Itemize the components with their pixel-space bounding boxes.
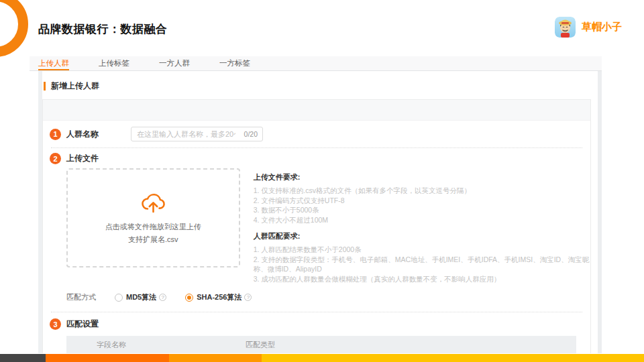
- tab-bar: 上传人群 上传标签 一方人群 一方标签: [30, 56, 602, 71]
- crowd-name-input[interactable]: [131, 127, 263, 141]
- match-settings-table: 字段名称 匹配类型 暂无数据: [66, 336, 576, 353]
- crowd-name-input-wrap: 0/20: [131, 127, 263, 141]
- radio-md5-label: MD5算法: [126, 292, 156, 302]
- step2-label: 上传文件: [66, 153, 99, 164]
- tab-upload-label[interactable]: 上传标签: [99, 56, 129, 70]
- cloud-upload-icon: [140, 191, 166, 214]
- page-body: 新增上传人群 1 人群名称 0/20 2 上传文件: [30, 71, 602, 353]
- requirements-column: 上传文件要求: 1. 仅支持标准的.csv格式的文件（如果有多个字段，以英文逗号…: [254, 168, 590, 284]
- step1-row: 1 人群名称 0/20: [50, 127, 590, 141]
- match-method-label: 匹配方式: [66, 292, 96, 302]
- panel-top-band: [43, 100, 590, 121]
- char-counter: 0/20: [244, 130, 258, 138]
- sha256-help-icon[interactable]: ?: [244, 294, 252, 301]
- dotted-divider: [51, 147, 582, 148]
- step2-row: 2 上传文件: [50, 153, 590, 164]
- column-header-field-name: 字段名称: [66, 340, 246, 350]
- file-req-item: 1. 仅支持标准的.csv格式的文件（如果有多个字段，以英文逗号分隔）: [254, 186, 590, 196]
- section-accent-bar: [44, 82, 46, 90]
- file-req-item: 4. 文件大小不超过100M: [254, 215, 590, 225]
- table-header-row: 字段名称 匹配类型: [66, 336, 576, 353]
- tab-firstparty-crowd[interactable]: 一方人群: [159, 56, 190, 70]
- section-header: 新增上传人群: [44, 80, 99, 92]
- tab-firstparty-label[interactable]: 一方标签: [219, 56, 250, 70]
- upload-area: 点击或将文件拖放到这里上传 支持扩展名.csv 上传文件要求: 1. 仅支持标准…: [66, 168, 590, 284]
- vertical-scrollbar[interactable]: [598, 71, 602, 353]
- file-req-item: 3. 数据不小于5000条: [254, 205, 590, 215]
- step1-label: 人群名称: [66, 129, 99, 140]
- section-title: 新增上传人群: [51, 80, 99, 92]
- step2-badge: 2: [50, 153, 61, 164]
- match-method-row: 匹配方式 MD5算法 ? SHA-256算法 ?: [66, 292, 590, 302]
- match-req-item: 1. 人群匹配结果数量不小于2000条: [254, 245, 590, 255]
- radio-option-sha256[interactable]: SHA-256算法 ?: [185, 292, 252, 302]
- brand-logo: 草帽小子: [555, 17, 622, 38]
- column-header-match-type: 匹配类型: [246, 340, 275, 350]
- dotted-divider: [51, 312, 582, 312]
- strawhat-avatar-icon: [555, 17, 576, 38]
- orange-ring-decoration: [0, 0, 28, 57]
- tab-upload-crowd[interactable]: 上传人群: [38, 56, 69, 70]
- file-requirements-title: 上传文件要求:: [254, 172, 590, 182]
- step3-badge: 3: [50, 318, 61, 330]
- radio-sha256-label: SHA-256算法: [197, 292, 241, 302]
- radio-sha256[interactable]: [185, 294, 193, 302]
- brand-logo-text: 草帽小子: [582, 21, 622, 34]
- data-bank-ui: 上传人群 上传标签 一方人群 一方标签 新增上传人群 1 人群名称 0/20: [30, 56, 602, 354]
- radio-md5[interactable]: [115, 294, 123, 302]
- bar-segment-yellow: [262, 354, 644, 362]
- dropzone-ext-hint: 支持扩展名.csv: [128, 235, 178, 245]
- md5-help-icon[interactable]: ?: [159, 294, 166, 301]
- step3-row: 3 匹配设置: [50, 318, 590, 330]
- bottom-color-bar: [0, 354, 644, 362]
- step3-label: 匹配设置: [66, 318, 99, 330]
- upload-form-panel: 1 人群名称 0/20 2 上传文件 点击或将文件: [42, 99, 591, 353]
- bar-segment-dark: [0, 354, 46, 362]
- file-req-item: 2. 文件编码方式仅支持UTF-8: [254, 196, 590, 206]
- page-title: 品牌数据银行：数据融合: [38, 21, 168, 37]
- bar-segment-light-orange: [169, 354, 262, 362]
- match-requirements-title: 人群匹配要求:: [254, 231, 590, 241]
- match-req-item: 2. 支持的数据字段类型：手机号、电子邮箱、MAC地址、手机IMEI、手机IDF…: [254, 255, 590, 274]
- dropzone-hint: 点击或将文件拖放到这里上传: [105, 222, 201, 232]
- file-requirements-list: 1. 仅支持标准的.csv格式的文件（如果有多个字段，以英文逗号分隔） 2. 文…: [254, 186, 590, 225]
- step1-badge: 1: [50, 129, 61, 140]
- radio-option-md5[interactable]: MD5算法 ?: [115, 292, 166, 302]
- file-dropzone[interactable]: 点击或将文件拖放到这里上传 支持扩展名.csv: [66, 168, 240, 267]
- match-requirements-list: 1. 人群匹配结果数量不小于2000条 2. 支持的数据字段类型：手机号、电子邮…: [254, 245, 590, 284]
- match-req-item: 3. 成功匹配的人群数量会做模糊处理（真实的人群数量不变，不影响人群应用）: [254, 274, 590, 284]
- bar-segment-orange: [46, 354, 169, 362]
